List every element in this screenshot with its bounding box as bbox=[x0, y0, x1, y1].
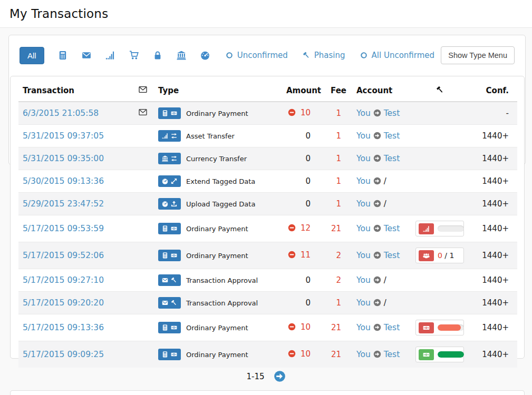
filter-all-unconfirmed[interactable]: All Unconfirmed bbox=[360, 51, 435, 60]
account-to-placeholder: / bbox=[384, 199, 386, 209]
transaction-date-link[interactable]: 5/17/2015 09:53:59 bbox=[23, 224, 104, 233]
transaction-date-link[interactable]: 5/17/2015 09:20:20 bbox=[23, 298, 104, 308]
account-link-from[interactable]: You bbox=[356, 224, 371, 233]
account-link-from[interactable]: You bbox=[356, 275, 371, 285]
transaction-date-link[interactable]: 5/31/2015 09:35:00 bbox=[23, 154, 104, 163]
transaction-date-link[interactable]: 5/17/2015 09:27:10 bbox=[23, 275, 104, 285]
banknote-icon bbox=[171, 252, 177, 259]
account-link-to[interactable]: Test bbox=[384, 350, 400, 359]
account-link-from[interactable]: You bbox=[356, 350, 371, 359]
account-link-to[interactable]: Test bbox=[384, 251, 400, 260]
transaction-type-label: Ordinary Payment bbox=[186, 110, 248, 117]
phasing-status-widget[interactable] bbox=[415, 347, 464, 362]
account-link-from[interactable]: You bbox=[356, 323, 371, 332]
circle-icon bbox=[360, 52, 367, 59]
minus-circle-icon bbox=[288, 350, 296, 358]
transaction-row: 6/3/2015 21:05:58 Ordinary Payment 10 1 … bbox=[18, 102, 517, 125]
account-link-from[interactable]: You bbox=[356, 251, 371, 260]
phasing-status-widget[interactable]: 0 / 1 bbox=[415, 248, 464, 263]
data-cloud-tachometer-icon[interactable] bbox=[200, 51, 210, 60]
transactions-tbody: 6/3/2015 21:05:58 Ordinary Payment 10 1 … bbox=[18, 102, 517, 368]
marketplace-cart-icon[interactable] bbox=[129, 51, 139, 60]
calculator-icon bbox=[162, 110, 168, 116]
transaction-row: 5/17/2015 09:13:36 Ordinary Payment 10 2… bbox=[18, 314, 517, 341]
banknote-icon bbox=[171, 351, 177, 358]
arrow-right-circle-icon bbox=[373, 323, 381, 331]
bank-icon bbox=[162, 155, 168, 162]
transaction-date-link[interactable]: 5/30/2015 09:13:36 bbox=[23, 176, 104, 186]
message-envelope-icon bbox=[138, 108, 148, 116]
account-to-placeholder: / bbox=[384, 275, 386, 285]
page-title: My Transactions bbox=[9, 7, 108, 21]
fee-value: 21 bbox=[325, 341, 351, 368]
transactions-table-card: Transaction Type Amount Fee Account Conf… bbox=[10, 76, 525, 359]
transfer-icon bbox=[171, 155, 177, 162]
header-account: Account bbox=[351, 80, 411, 102]
envelope-icon bbox=[162, 300, 168, 306]
fee-value: 2 bbox=[325, 242, 351, 269]
table-header-row: Transaction Type Amount Fee Account Conf… bbox=[18, 80, 517, 102]
arrow-right-circle-icon bbox=[373, 276, 381, 284]
show-type-menu-button[interactable]: Show Type Menu bbox=[441, 46, 515, 64]
phasing-progress-bar bbox=[438, 324, 464, 331]
account-link-to[interactable]: Test bbox=[384, 323, 400, 332]
arrow-right-circle-icon bbox=[373, 224, 381, 232]
amount-value: 0 bbox=[305, 298, 311, 308]
transaction-date-link[interactable]: 5/31/2015 09:37:05 bbox=[23, 131, 104, 141]
confirmations-value: 1440+ bbox=[468, 170, 517, 193]
amount-value: 0 bbox=[305, 154, 311, 163]
fee-value: 1 bbox=[325, 102, 351, 125]
fee-value: 1 bbox=[325, 125, 351, 147]
account-link-from[interactable]: You bbox=[356, 298, 371, 308]
transaction-date-link[interactable]: 5/17/2015 09:09:25 bbox=[23, 350, 104, 359]
account-link-from[interactable]: You bbox=[356, 154, 371, 163]
account-link-to[interactable]: Test bbox=[384, 154, 400, 163]
filter-phasing[interactable]: Phasing bbox=[303, 51, 345, 60]
confirmations-value: 1440+ bbox=[468, 314, 517, 341]
tachometer-icon bbox=[162, 178, 168, 184]
transaction-date-link[interactable]: 6/3/2015 21:05:58 bbox=[23, 108, 99, 118]
transfer-icon bbox=[171, 133, 177, 139]
amount-value: 0 bbox=[305, 131, 311, 141]
amount-value: 10 bbox=[288, 108, 311, 117]
banknote-icon bbox=[419, 349, 434, 360]
arrow-right-circle-icon bbox=[373, 177, 381, 185]
envelope-icon[interactable] bbox=[82, 51, 91, 60]
filter-all-button[interactable]: All bbox=[20, 47, 44, 64]
signal-icon bbox=[162, 133, 168, 139]
transaction-type-badge bbox=[158, 223, 181, 234]
minus-circle-icon bbox=[288, 323, 296, 331]
filter-type-icons bbox=[58, 51, 210, 60]
transaction-row: 5/17/2015 09:52:06 Ordinary Payment 11 2… bbox=[18, 242, 517, 269]
account-link-from[interactable]: You bbox=[356, 176, 371, 186]
transaction-date-link[interactable]: 5/17/2015 09:13:36 bbox=[23, 323, 104, 332]
phasing-status-widget[interactable] bbox=[415, 221, 464, 236]
header-transaction: Transaction bbox=[18, 80, 132, 102]
transaction-row: 5/17/2015 09:20:20 Transaction Approval … bbox=[18, 292, 517, 314]
filter-unconfirmed[interactable]: Unconfirmed bbox=[226, 51, 288, 60]
transaction-type-badge bbox=[158, 349, 181, 360]
transaction-type-badge bbox=[158, 322, 181, 333]
transaction-type-badge bbox=[158, 274, 181, 286]
calculator-icon bbox=[162, 324, 168, 331]
calculator-icon[interactable] bbox=[58, 51, 67, 60]
arrow-right-circle-icon[interactable] bbox=[274, 370, 286, 382]
account-control-lock-icon[interactable] bbox=[153, 51, 162, 60]
transaction-row: 5/30/2015 09:13:36 Extend Tagged Data 0 … bbox=[18, 170, 517, 193]
account-link-from[interactable]: You bbox=[356, 131, 371, 141]
monetary-system-bank-icon[interactable] bbox=[177, 51, 186, 60]
account-link-to[interactable]: Test bbox=[384, 131, 400, 141]
account-link-from[interactable]: You bbox=[356, 199, 371, 209]
fee-value: 2 bbox=[325, 269, 351, 292]
arrow-right-circle-icon bbox=[373, 154, 381, 162]
account-link-to[interactable]: Test bbox=[384, 224, 400, 233]
transaction-date-link[interactable]: 5/17/2015 09:52:06 bbox=[23, 251, 104, 260]
asset-exchange-signal-icon[interactable] bbox=[105, 51, 115, 60]
pagination: 1-15 bbox=[0, 370, 532, 382]
account-link-from[interactable]: You bbox=[356, 108, 371, 118]
phasing-status-widget[interactable] bbox=[415, 320, 464, 335]
transaction-row: 5/31/2015 09:35:00 Currency Transfer 0 1… bbox=[18, 147, 517, 170]
header-conf: Conf. bbox=[468, 80, 517, 102]
transaction-date-link[interactable]: 5/29/2015 23:47:52 bbox=[23, 199, 104, 209]
account-link-to[interactable]: Test bbox=[384, 108, 400, 118]
